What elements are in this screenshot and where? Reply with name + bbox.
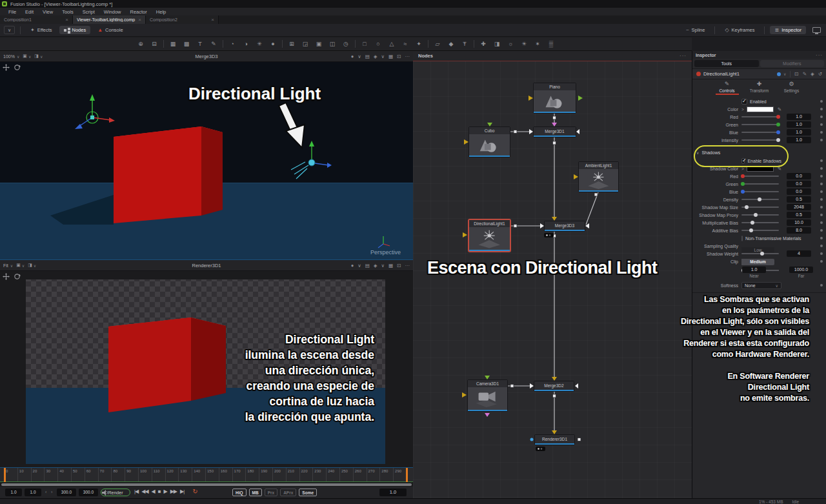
slider[interactable] [741, 199, 779, 200]
options-icon[interactable]: ··· [680, 53, 687, 59]
render-start-field[interactable]: 1.0 [25, 489, 41, 496]
tool-icon-paint[interactable]: ✎ [209, 41, 218, 47]
effects-button[interactable]: ✦Effects [26, 26, 57, 34]
lut-icon[interactable]: ▤ [365, 54, 370, 59]
fast-forward-button[interactable]: ▶▶ [170, 489, 177, 494]
panel-collapse-button[interactable]: ∨ [4, 26, 15, 34]
keyframe-dot[interactable] [820, 159, 823, 162]
node-piano[interactable]: Piano [533, 83, 576, 114]
playhead[interactable] [4, 468, 6, 482]
tool-icon-text-3d[interactable]: Ŧ [460, 41, 469, 47]
slider[interactable] [741, 253, 779, 254]
options-icon[interactable]: ··· [405, 263, 410, 268]
viewport-3d-perspective[interactable]: Directional Light Perspective [0, 62, 413, 260]
keyframe-dot[interactable] [820, 167, 823, 170]
lut-icon[interactable]: ▤ [365, 263, 370, 268]
fast-rewind-button[interactable]: ◀◀ [141, 489, 148, 494]
slider-handle[interactable] [749, 228, 753, 232]
color-swatch[interactable] [747, 166, 774, 172]
toolbar-separator[interactable] [428, 40, 428, 48]
play-button[interactable]: ▶ [164, 489, 167, 494]
eyedropper-icon[interactable]: ✎ [778, 106, 781, 112]
tool-icon-spot-light[interactable]: ☼ [506, 41, 515, 47]
step-forward-icon[interactable]: › [51, 490, 52, 494]
global-start-field[interactable]: 1.0 [5, 489, 22, 496]
chevron-down-icon[interactable]: ∨ [381, 263, 385, 268]
tool-icon-dissolve[interactable]: ◫ [328, 41, 337, 47]
slider[interactable] [741, 214, 779, 216]
tool-icon-camera-3d[interactable]: ◨ [492, 41, 501, 47]
checkbox[interactable] [741, 158, 745, 164]
toolbar-separator[interactable] [282, 40, 283, 48]
close-icon[interactable]: × [136, 17, 141, 23]
node-merge3d2[interactable]: Merge3D2 [534, 381, 574, 392]
global-end-field[interactable]: 300.0 [79, 489, 98, 496]
checkbox[interactable] [741, 99, 747, 105]
quality-toggle[interactable]: Prx [265, 489, 277, 496]
go-to-end-button[interactable]: ▶| [180, 489, 184, 494]
node-ambientlight1[interactable]: AmbientLight1 [578, 161, 619, 192]
slider[interactable] [741, 116, 779, 117]
keyframe-dot[interactable] [820, 260, 823, 263]
keyframe-dot[interactable] [820, 139, 823, 141]
keyframe-dot[interactable] [820, 108, 823, 110]
keyframe-dot[interactable] [820, 175, 823, 177]
chevron-down-icon[interactable]: ∨ [381, 54, 385, 59]
tool-icon-brightness-contrast[interactable]: ◑ [241, 41, 250, 47]
slider-handle[interactable] [754, 213, 758, 217]
dropdown[interactable]: None∨ [741, 282, 781, 289]
menu-item[interactable]: View [38, 9, 57, 15]
go-to-start-button[interactable]: |◀ [134, 489, 138, 494]
zoom-level-select[interactable]: Fit∨ [3, 263, 13, 268]
frame-icon[interactable]: ⊡ [397, 54, 401, 59]
lock-icon[interactable]: ◈ [374, 54, 378, 59]
slider-handle[interactable] [776, 130, 780, 134]
tool-icon-fast-noise[interactable]: ▩ [182, 41, 191, 47]
value-field[interactable]: 0.5 [787, 212, 811, 218]
quality-toggle[interactable]: APrx [280, 489, 296, 496]
menu-item[interactable]: Script [78, 9, 99, 15]
composition-tab[interactable]: Composition2 × [146, 15, 219, 24]
keyframe-dot[interactable] [820, 183, 823, 185]
tool-icon-wand-mask[interactable]: ✦ [414, 41, 423, 47]
color-controls-icon[interactable]: ● [351, 263, 354, 268]
lock-icon[interactable]: ◈ [374, 263, 378, 268]
quality-toggle[interactable]: MB [249, 489, 262, 496]
inspector-tab[interactable]: Tools [694, 60, 759, 67]
keyframe-dot[interactable] [820, 245, 823, 247]
view-layout-select[interactable]: ◨∨ [34, 54, 43, 59]
inspector-subtab[interactable]: ✎ Controls [714, 81, 740, 95]
orbit-icon[interactable] [14, 64, 21, 71]
render-button[interactable]: Render [101, 489, 130, 496]
composition-tab[interactable]: Composition1 × [0, 15, 73, 24]
scrollbar-thumb[interactable] [1, 483, 412, 486]
render-range-end[interactable] [406, 468, 408, 482]
pan-icon[interactable] [3, 64, 10, 71]
play-reverse-button[interactable]: ◀ [152, 489, 155, 494]
slider[interactable] [741, 191, 779, 192]
view-layout-select[interactable]: ◨∨ [28, 263, 36, 268]
checkbox[interactable] [741, 236, 743, 241]
menu-item[interactable]: Window [99, 9, 126, 15]
keyframe-dot[interactable] [820, 284, 823, 287]
render-end-field[interactable]: 300.0 [57, 489, 76, 496]
value-field[interactable]: 1.0 [787, 137, 811, 143]
slider[interactable] [741, 207, 779, 208]
node-camera3d1[interactable]: Camera3D1 [467, 379, 508, 412]
menu-item[interactable]: Help [152, 9, 170, 15]
nodes-button[interactable]: Nodes [59, 26, 91, 34]
slider-handle[interactable] [776, 115, 780, 119]
tool-icon-blur[interactable]: ● [268, 41, 277, 47]
keyframes-button[interactable]: ◇Keyframes [720, 26, 759, 34]
value-field[interactable]: 10.0 [787, 219, 811, 226]
zoom-level-select[interactable]: 100%∨ [3, 54, 19, 59]
console-button[interactable]: ▲Console [93, 26, 127, 34]
slider[interactable] [741, 222, 779, 223]
menu-item[interactable]: Tools [57, 9, 78, 15]
lock-icon[interactable]: ◈ [811, 71, 814, 77]
eyedropper-icon[interactable]: ✎ [778, 166, 781, 172]
stop-button[interactable]: ■ [158, 489, 161, 494]
tool-icon-polygon-mask[interactable]: △ [387, 41, 396, 47]
frame-icon[interactable]: ⊡ [397, 263, 401, 268]
tool-icon-bspline-mask[interactable]: ≈ [401, 41, 410, 47]
